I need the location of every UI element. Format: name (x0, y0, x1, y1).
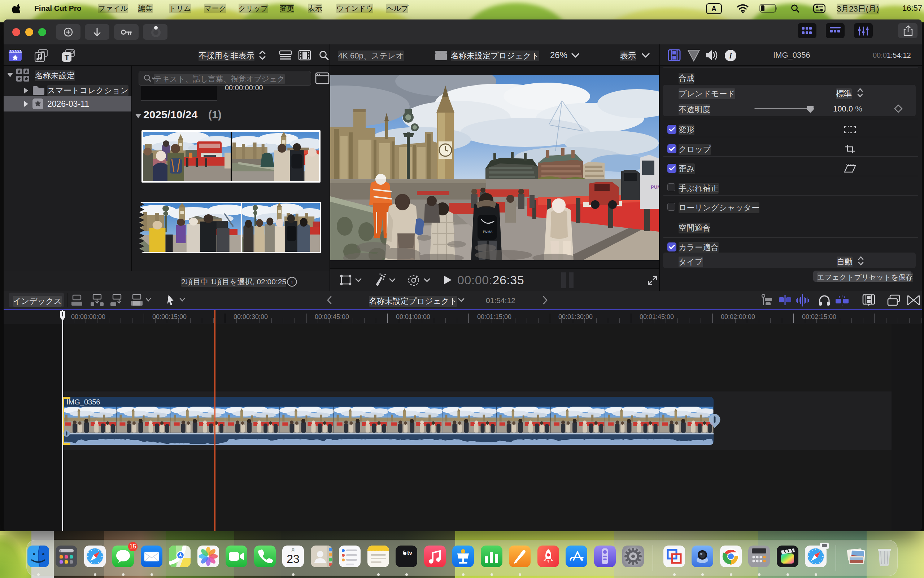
svg-text:T: T (65, 54, 69, 61)
svg-text:23: 23 (286, 552, 299, 565)
svg-text:PUMA: PUMA (483, 230, 492, 234)
svg-text:月: 月 (291, 548, 295, 553)
svg-text:tv: tv (407, 550, 412, 556)
svg-text:PUMP: PUMP (651, 184, 659, 190)
svg-text:i: i (729, 51, 732, 60)
svg-text:i: i (291, 279, 293, 286)
